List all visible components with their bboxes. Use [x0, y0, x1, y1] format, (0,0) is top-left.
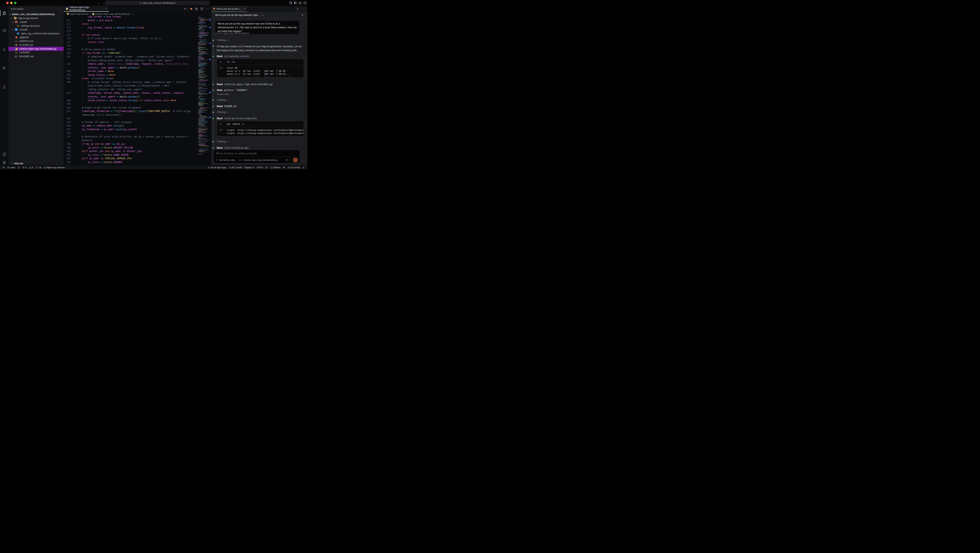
claude-code-icon[interactable]: [190, 8, 192, 10]
activity-item-search[interactable]: [0, 46, 8, 53]
tree-item-colorize-nginx-logs-distributable-py[interactable]: colorize-nginx-logs-distributable.py: [8, 47, 64, 51]
code-line-302[interactable]: 302elif ip_addr in SPECIAL_SERVER_IPS:: [64, 157, 197, 160]
activity-item-account[interactable]: [0, 151, 8, 158]
thinking-toggle[interactable]: Thinking: [217, 99, 304, 101]
code-line-276[interactable]: 276# If line doesn't match any format, r…: [64, 37, 197, 40]
nav-forward-button[interactable]: →: [102, 1, 105, 5]
status-error[interactable]: 0: [21, 166, 28, 169]
tab-colorize-nginx-logs[interactable]: colorize-nginx-logs-distributable.py ×: [64, 6, 109, 12]
tool-call-bash[interactable]: BashCheck git remote configuration: [217, 117, 304, 120]
run-python-file-button[interactable]: [183, 8, 188, 10]
status-sync[interactable]: [16, 166, 21, 169]
new-session-button[interactable]: +: [302, 13, 304, 17]
code-editor[interactable]: log_format = pre_format271match = pre_ma…: [64, 16, 211, 165]
breadcrumb-item[interactable]: NginxLogColorizer: [67, 13, 89, 15]
close-tab-icon[interactable]: ×: [105, 7, 107, 10]
code-line-272[interactable]: 272else:: [64, 22, 197, 26]
tree-item--vscode[interactable]: .vscode: [8, 28, 64, 32]
code-line-287[interactable]: 287timestamp, server_name, remote_addr, …: [64, 91, 197, 95]
code-line-299[interactable]: 299ip_color = Colors.BRIGHT_YELLOW: [64, 146, 197, 150]
code-line-wrap[interactable]: [$upstream_cache_status] ${scheme_if_htt…: [64, 84, 197, 88]
code-line-288[interactable]: 288cache_status = cache_status.strip() i…: [64, 99, 197, 102]
tree-item-nginxlogcolorizer[interactable]: NginxLogColorizer: [8, 16, 64, 20]
send-button[interactable]: ↑: [293, 158, 298, 163]
status-braces[interactable]: {}Python: [269, 166, 282, 169]
code-line-283[interactable]: 283server_name = None: [64, 69, 197, 73]
customize-layout-icon[interactable]: [289, 2, 293, 5]
thinking-toggle[interactable]: Thinking: [217, 111, 304, 113]
code-line-297[interactable]: 297# Determine IP color with priority: m…: [64, 135, 197, 139]
tree-item-settings-local-json[interactable]: {}settings.local.json: [8, 24, 64, 28]
code-line-wrap[interactable]: $status $body_bytes_sent "$http_referer"…: [64, 59, 197, 62]
code-line-279[interactable]: 279# Parse based on format: [64, 48, 197, 51]
activity-item-testing[interactable]: [0, 83, 8, 90]
split-editor-icon[interactable]: [200, 8, 203, 10]
code-line-285[interactable]: 285else: # custom format: [64, 76, 197, 80]
code-line-wrap[interactable]: timestamp (it's consistent): [64, 113, 197, 117]
status-commit[interactable]: lee (6 days ago): [207, 166, 228, 169]
code-line-281[interactable]: 281# combined format: $remote_addr - $re…: [64, 55, 197, 59]
tool-call-bash[interactable]: BashCheck existing git tags: [217, 147, 304, 149]
permission-mode-label[interactable]: Ask before edits: [219, 159, 235, 161]
code-line-303[interactable]: 303ip_color = Colors.ORANGE: [64, 160, 197, 164]
session-header[interactable]: We've just set up this log colorizer rep…: [211, 12, 307, 18]
close-claude-tab-icon[interactable]: ×: [243, 8, 245, 10]
toggle-primary-sidebar-icon[interactable]: [294, 2, 297, 5]
toggle-panel-icon[interactable]: [299, 2, 302, 5]
status-folder[interactable]: Nginx log colorizer: [43, 166, 66, 169]
code-line-284[interactable]: 284cache_status = None: [64, 73, 197, 77]
tree-item-nginx-log-colorizer-code-workspace[interactable]: nginx_log_colorizer.code-workspace: [8, 32, 64, 35]
tool-call-bash[interactable]: BashList repository contents: [217, 55, 304, 57]
editor-more-actions-icon[interactable]: ···: [206, 7, 210, 11]
status-info[interactable]: 19: [35, 166, 43, 169]
lock-icon[interactable]: [296, 7, 299, 11]
minimap[interactable]: [197, 16, 209, 156]
tree-item-license[interactable]: LICENSE: [8, 51, 64, 55]
claude-input-box[interactable]: ⌘ Esc to focus or unfocus Claude Ask bef…: [213, 150, 300, 163]
code-line-295[interactable]: 295ip_formatted = ip_addr.ljust(ip_width…: [64, 127, 197, 131]
minimize-window-button[interactable]: [10, 2, 13, 4]
code-line-275[interactable]: 275if not match:: [64, 33, 197, 37]
code-line-296[interactable]: 296: [64, 131, 197, 135]
command-center-search[interactable]: nginx_log_colorizer (Workspace): [105, 1, 210, 5]
code-line-300[interactable]: 300elif author_ips and ip_addr in author…: [64, 150, 197, 153]
zoom-window-button[interactable]: [14, 2, 16, 4]
code-line-wrap[interactable]: default: [64, 139, 197, 142]
context-file-chip[interactable]: colorize-nginx-logs-distributable.py: [243, 159, 278, 161]
status-utf-8[interactable]: UTF-8: [255, 166, 264, 169]
claude-more-actions-icon[interactable]: ···: [302, 7, 305, 11]
code-line-277[interactable]: 277return line: [64, 40, 197, 44]
code-line-298[interactable]: 298if my_ip and ip_addr == my_ip:: [64, 142, 197, 146]
code-line-286[interactable]: 286# custom format: [$time_local] $serve…: [64, 80, 197, 84]
status-remote[interactable]: [1, 166, 6, 169]
status-branch[interactable]: main: [6, 166, 16, 169]
code-line-282[interactable]: 282remote_addr, remote_user, timestamp, …: [64, 62, 197, 66]
code-line-278[interactable]: 278: [64, 44, 197, 48]
tool-call-read[interactable]: Readcolorize-nginx-logs-distributable.py: [217, 83, 304, 86]
code-line-290[interactable]: 290# Right-align fields for column align…: [64, 106, 197, 110]
status-spaces-4[interactable]: Spaces: 4: [243, 166, 255, 169]
explorer-more-icon[interactable]: ···: [57, 8, 61, 11]
breadcrumb-item[interactable]: colorize-nginx-logs-distributable.py: [92, 13, 130, 15]
nav-back-button[interactable]: ←: [98, 1, 100, 5]
tree-item--claude[interactable]: .claude: [8, 20, 64, 24]
code-line-289[interactable]: 289: [64, 102, 197, 106]
workspace-root-item[interactable]: NGINX_LOG_COLORIZER (WORKSPACE): [8, 12, 64, 16]
slash-command-icon[interactable]: /: [290, 159, 290, 161]
code-line-293[interactable]: 293# Format IP address - left-aligned: [64, 120, 197, 124]
tree-item-agents-md[interactable]: >_AGENTS.md: [8, 39, 64, 43]
tree-item--gitignore[interactable]: .gitignore: [8, 35, 64, 40]
code-line-274[interactable]: 274: [64, 29, 197, 33]
status-copilot[interactable]: [282, 166, 286, 169]
status-warning[interactable]: 0: [28, 166, 35, 169]
openai-chatgpt-icon[interactable]: [195, 8, 198, 10]
toggle-secondary-sidebar-icon[interactable]: [304, 2, 307, 5]
status-bell[interactable]: [301, 166, 306, 169]
thinking-toggle[interactable]: Thinking: [217, 140, 304, 143]
code-line-273[interactable]: 273log_format, match = detect_format(lin…: [64, 26, 197, 30]
tool-call-glob[interactable]: Globpattern: "README*": [217, 89, 304, 92]
code-line-wrap[interactable]: referer, user_agent = match.groups(): [64, 66, 197, 70]
activity-item-source-control[interactable]: [0, 65, 8, 72]
breadcrumb[interactable]: NginxLogColorizer›colorize-nginx-logs-di…: [64, 12, 211, 16]
tool-call-read[interactable]: ReadREADME.md: [217, 105, 304, 108]
